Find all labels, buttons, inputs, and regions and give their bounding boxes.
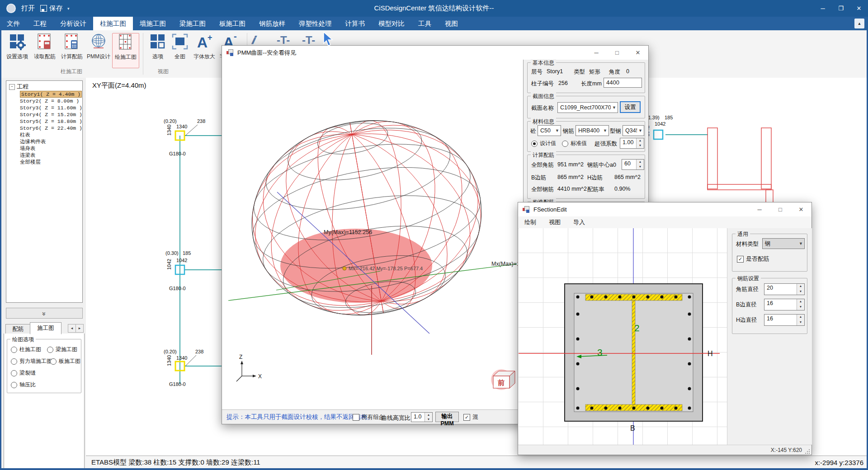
tab-construction[interactable]: 施工图 [30,322,61,334]
steel-info-icon[interactable]: 𝒊 [251,34,255,47]
radio-axial-ratio[interactable]: 轴压比 [11,381,36,389]
tree-item-story3[interactable]: Story3( Z = 11.60m ) [20,104,82,111]
radio-beam-drawing[interactable]: 梁施工图 [47,346,77,353]
pmm-maximize-button[interactable]: □ [607,46,627,60]
fsection-menu-draw[interactable]: 绘制 [518,218,542,226]
close-button[interactable]: ✕ [850,0,868,17]
radio-slab-drawing[interactable]: 板施工图 [50,357,80,365]
steel-web[interactable] [632,301,635,404]
tab-scroll-left-icon[interactable]: ◂ [68,324,76,333]
axis-triad: Z X [236,354,262,381]
fsection-close-button[interactable]: ✕ [791,202,811,216]
full-view-button[interactable]: 全图 [170,33,190,67]
tab-rebar[interactable]: 配筋 [5,324,31,334]
tree-item-story6[interactable]: Story6( Z = 22.40m ) [20,125,82,132]
concrete-combo[interactable]: C50▼ [538,125,561,136]
tree-item-all-floors[interactable]: 全部楼层 [20,159,82,165]
rebar-center-spinner[interactable]: 60▲▼ [622,159,644,170]
fsection-menu-import[interactable]: 导入 [567,218,591,226]
menu-calc-book[interactable]: 计算书 [339,17,372,30]
radio-beam-crack[interactable]: 梁裂缝 [11,369,36,377]
resize-grip[interactable] [805,449,810,454]
section-editor-canvas[interactable]: 2 3 H B [519,228,727,445]
menu-slab-drawing[interactable]: 板施工图 [212,17,252,30]
section-drawing: 2 3 H B [519,228,727,445]
tree-item-edge-member-table[interactable]: 边缘构件表 [20,138,82,145]
view-cube-icon[interactable]: 前 [491,369,515,390]
pmm-close-button[interactable]: ✕ [627,46,648,60]
fsection-titlebar[interactable]: FSectionEdit ─ □ ✕ [518,202,811,217]
text-tool-icon[interactable]: -T- [277,34,290,47]
section-settings-button[interactable]: 设置 [620,101,641,113]
tree-item-story2[interactable]: Story2( Z = 8.00m ) [20,98,82,104]
material-type-combo[interactable]: 钢▼ [762,238,805,249]
fsection-statusbar: X:-145 Y:620 [518,445,811,455]
b-diameter-spinner[interactable]: 16▲▼ [764,299,805,310]
tree-item-story4[interactable]: Story4( Z = 15.20m ) [20,111,82,118]
h-diameter-spinner[interactable]: 16▲▼ [764,314,805,326]
pmm-3d-plot[interactable]: Mx=-216.42 My=-178.25 P=677.4 My(Max)=11… [222,60,524,409]
menu-column-drawing[interactable]: 柱施工图 [93,17,133,30]
h-axis-label: H [708,350,713,357]
steel-combo[interactable]: Q345▼ [623,125,644,136]
menu-wall-drawing[interactable]: 墙施工图 [133,17,173,30]
tree-item-column-table[interactable]: 柱表 [20,132,82,138]
menu-project[interactable]: 工程 [27,17,53,30]
radio-column-drawing[interactable]: 柱施工图 [11,346,41,353]
checkbox-concrete-partial[interactable]: 混 [463,414,478,421]
tab-scroll-right-icon[interactable]: ▸ [75,324,84,333]
calc-rebar-button[interactable]: 计算配筋 [59,33,85,67]
tree-item-link-beam-table[interactable]: 连梁表 [20,152,82,159]
tree-collapse-icon[interactable]: − [9,84,15,90]
app-logo-icon[interactable] [6,4,16,13]
column-node-right[interactable] [654,130,663,139]
pmm-design-button[interactable]: PMM设计 [86,33,111,67]
menu-beam-drawing[interactable]: 梁施工图 [173,17,212,30]
maximize-button[interactable]: ❐ [832,0,850,17]
svg-text:1042: 1042 [655,121,665,127]
fsection-maximize-button[interactable]: □ [770,202,791,216]
checkbox-all-combinations[interactable]: 所有组合 [353,414,384,421]
view-options-button[interactable]: 选项 [147,33,168,67]
rebar-combo[interactable]: HRB400▼ [576,125,609,136]
tree-item-wall-table[interactable]: 墙身表 [20,145,82,152]
minimize-button[interactable]: ─ [814,0,832,17]
menu-file[interactable]: 文件 [0,17,27,30]
corner-diameter-spinner[interactable]: 20▲▼ [764,283,805,295]
draw-construction-button[interactable]: 绘施工图 [112,33,139,68]
section-name-combo[interactable]: C1099_Rect700X700▼ [557,102,618,113]
tree-item-story1[interactable]: Story1( Z = 4.40m ) [20,91,82,98]
radio-standard-value[interactable]: 标准值 [562,140,587,147]
radio-shearwall-drawing[interactable]: 剪力墙施工图 [11,357,52,365]
menu-elastoplastic[interactable]: 弹塑性处理 [292,17,339,30]
tree-item-story5[interactable]: Story5( Z = 18.80m ) [20,118,82,125]
aspect-ratio-spinner[interactable]: 1.0▲▼ [411,412,433,422]
export-pmm-button[interactable]: 输出PMM [435,412,459,422]
menu-tools[interactable]: 工具 [411,17,438,30]
radio-design-value[interactable]: 设计值 [531,140,556,147]
pmm-minimize-button[interactable]: ─ [586,46,607,60]
open-button[interactable]: 打开 [21,4,35,13]
fsection-cursor-coords: X:-145 Y:620 [771,447,802,453]
length-input[interactable]: 4400 [604,78,642,88]
tree-root-project[interactable]: − 工程 [9,83,82,91]
fsection-minimize-button[interactable]: ─ [749,202,770,216]
menu-rebar-detailing[interactable]: 钢筋放样 [252,17,292,30]
menu-view[interactable]: 视图 [438,17,465,30]
quick-access-caret-icon[interactable]: ▾ [67,6,70,11]
save-button[interactable]: 保存 [40,4,63,13]
checkbox-has-rebar[interactable]: 是否配筋 [737,255,769,263]
menu-analysis-design[interactable]: 分析设计 [53,17,93,30]
font-enlarge-button[interactable]: A + 字体放大 [192,33,217,67]
section-calculator-icon [63,33,80,51]
rebar-settings-group: 钢筋设置 角筋直径 20▲▼ B边直径 16▲▼ H边直径 16▲▼ [732,278,807,334]
collapse-panel-button[interactable]: » [6,308,83,319]
fsection-menu-view[interactable]: 视图 [542,218,567,226]
read-rebar-button[interactable]: 读取配筋 [32,33,58,67]
settings-options-button[interactable]: 设置选项 [5,33,30,67]
pmm-titlebar[interactable]: PMM曲面--安全看得见 ─ □ ✕ [222,46,648,60]
overstrength-spinner[interactable]: 1.00▲▼ [620,138,644,149]
text-tool2-icon[interactable]: -T- [302,34,315,47]
ribbon-collapse-button[interactable]: ▲ [854,19,864,28]
menu-model-compare[interactable]: 模型对比 [372,17,411,30]
